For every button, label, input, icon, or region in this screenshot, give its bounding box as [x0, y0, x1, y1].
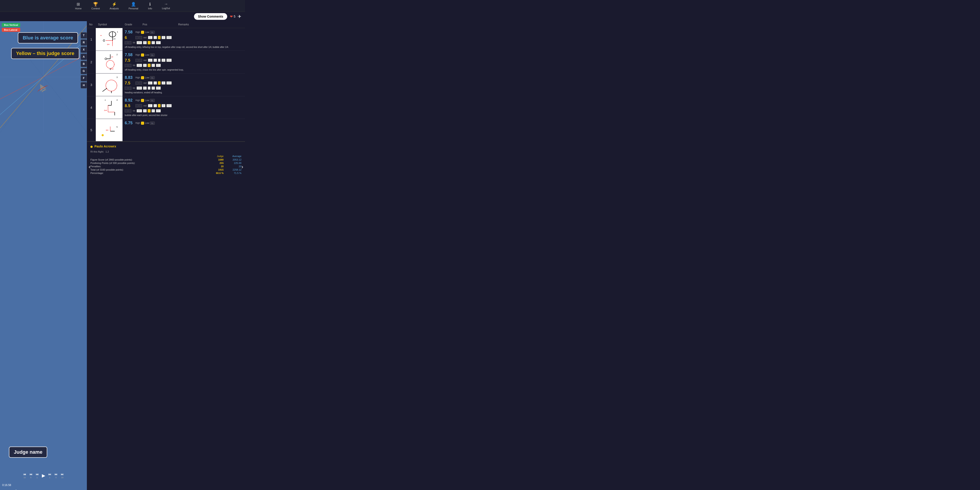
- popt-f-4[interactable]: F: [151, 109, 155, 113]
- popt-r-3[interactable]: R: [161, 81, 165, 84]
- prev-judge-button[interactable]: ‹: [89, 164, 91, 170]
- annotation-blue-score: Blue is average score: [18, 32, 78, 43]
- view-btn-t[interactable]: T: [81, 32, 87, 38]
- forward-1-button[interactable]: ⏭ 1: [48, 473, 51, 479]
- view-btn-b[interactable]: B: [81, 61, 87, 67]
- popt-dot-int-1[interactable]: ·: [148, 41, 151, 45]
- popt-ff-3[interactable]: FF: [156, 86, 161, 90]
- rewind-5-button[interactable]: ⏮ 5: [29, 473, 32, 479]
- popt-ff-2[interactable]: FF: [156, 64, 161, 67]
- view-btn-g[interactable]: G: [81, 68, 87, 74]
- popt-n-1[interactable]: N: [143, 41, 147, 45]
- penalty-out-row-4: out LL L · R RR: [135, 104, 172, 107]
- play-button[interactable]: ▶: [42, 473, 45, 478]
- hl-dot-3-avg[interactable]: ·: [141, 76, 144, 79]
- nav-info[interactable]: ℹ Info: [143, 1, 157, 11]
- svg-line-29: [102, 88, 107, 92]
- popt-nn-3[interactable]: NN: [137, 86, 142, 90]
- hl-dot-4-avg[interactable]: ·: [141, 99, 144, 102]
- hl-ll-5-avg[interactable]: LL: [150, 122, 155, 125]
- popt-dot-1[interactable]: ·: [158, 36, 161, 39]
- popt-r-4[interactable]: R: [161, 104, 165, 107]
- svg-point-44: [102, 134, 103, 136]
- summary-header-judge: Judge: [206, 155, 224, 158]
- summary-val-pos-judge: 255: [206, 162, 224, 164]
- popt-l-3[interactable]: L: [153, 81, 157, 84]
- view-btn-a[interactable]: A: [81, 54, 87, 60]
- pcheck-4b: [139, 104, 142, 107]
- popt-dot-4[interactable]: ·: [158, 104, 161, 107]
- popt-dot-3[interactable]: ·: [158, 81, 161, 84]
- nav-contest[interactable]: 🏆 Contest: [86, 1, 105, 11]
- popt-ff-1[interactable]: FF: [156, 41, 161, 45]
- popt-dot-int-2[interactable]: ·: [148, 64, 151, 67]
- popt-nn-1[interactable]: NN: [137, 41, 142, 45]
- forward-5-button[interactable]: ⏭ 5: [54, 473, 58, 479]
- popt-f-2[interactable]: F: [151, 64, 155, 67]
- popt-nn-2[interactable]: NN: [137, 64, 142, 67]
- popt-l-2[interactable]: L: [153, 59, 157, 62]
- popt-f-1[interactable]: F: [151, 41, 155, 45]
- figure-symbol-5[interactable]: 5 3/4: [96, 119, 123, 141]
- box-lateral-label[interactable]: Box Lateral: [2, 28, 20, 32]
- svg-text:▼: ▼: [100, 35, 102, 36]
- penalty-out-label-4: out: [143, 105, 146, 107]
- figure-symbol-1[interactable]: 1 3/4 1/4 ▼: [96, 28, 123, 51]
- penalty-int-label-4: Int: [133, 110, 135, 112]
- figure-symbol-2[interactable]: 2 1/4 4x2: [96, 51, 123, 73]
- popt-l-4[interactable]: L: [153, 104, 157, 107]
- figure-symbol-4[interactable]: 4 2x4 4: [96, 96, 123, 119]
- popt-l-1[interactable]: L: [153, 36, 157, 39]
- popt-n-2[interactable]: N: [143, 64, 147, 67]
- heart-icon: ❤: [230, 14, 233, 19]
- popt-rr-3[interactable]: RR: [166, 81, 172, 84]
- popt-dot-2[interactable]: ·: [158, 59, 161, 62]
- col-header-no: No: [89, 23, 98, 26]
- popt-ll-4[interactable]: LL: [148, 104, 153, 107]
- nav-logout[interactable]: → LogOut: [157, 1, 175, 11]
- hl-ll-1-avg[interactable]: LL: [150, 31, 155, 34]
- popt-n-3[interactable]: N: [143, 86, 147, 90]
- popt-n-4[interactable]: N: [143, 109, 147, 113]
- popt-rr-1[interactable]: RR: [166, 36, 172, 39]
- hl-ll-2-avg[interactable]: LL: [150, 54, 155, 57]
- hl-group-3-avg: High · Low LL: [135, 76, 155, 79]
- popt-rr-2[interactable]: RR: [166, 59, 172, 62]
- nav-personal[interactable]: 👤 Personal: [124, 1, 143, 11]
- hl-dot-2-avg[interactable]: ·: [141, 54, 144, 57]
- popt-r-1[interactable]: R: [161, 36, 165, 39]
- nav-analysis[interactable]: ⚡ Analysis: [105, 1, 124, 11]
- box-vertical-label[interactable]: Box Vertical: [2, 23, 20, 27]
- popt-f-3[interactable]: F: [151, 86, 155, 90]
- popt-ff-4[interactable]: FF: [156, 109, 161, 113]
- figure-symbol-3[interactable]: 3: [96, 73, 123, 96]
- view-btn-r[interactable]: R: [81, 40, 87, 46]
- nav-home[interactable]: ⊞ Home: [70, 1, 86, 11]
- col-header-symbol: Symbol: [98, 23, 125, 26]
- analysis-icon: ⚡: [112, 2, 117, 7]
- forward-10-button[interactable]: ⏭ 10: [61, 473, 64, 479]
- popt-ll-3[interactable]: LL: [148, 81, 153, 84]
- hl-dot-1-avg[interactable]: ·: [141, 31, 144, 34]
- summary-val-pos-avg: 225.00: [224, 162, 242, 164]
- time-display: 0:16.58: [2, 484, 11, 487]
- popt-dot-int-4[interactable]: ·: [148, 109, 151, 113]
- summary-row-figure: Figure Score (of 2860 possible points): …: [91, 158, 242, 161]
- popt-r-2[interactable]: R: [161, 59, 165, 62]
- popt-ll-1[interactable]: LL: [148, 36, 153, 39]
- popt-dot-int-3[interactable]: ·: [148, 86, 151, 90]
- popt-ll-2[interactable]: LL: [148, 59, 153, 62]
- popt-nn-4[interactable]: NN: [137, 109, 142, 113]
- next-judge-button[interactable]: ›: [242, 164, 243, 170]
- view-btn-x[interactable]: X: [81, 46, 87, 53]
- popt-rr-4[interactable]: RR: [166, 104, 172, 107]
- view-btn-h[interactable]: H: [81, 82, 87, 88]
- show-comments-button[interactable]: Show Comments: [194, 13, 228, 20]
- view-btn-f[interactable]: F: [81, 75, 87, 81]
- hl-dot-5-avg[interactable]: ·: [141, 122, 144, 125]
- low-label-2: Low: [145, 54, 149, 56]
- hl-ll-3-avg[interactable]: LL: [150, 76, 155, 79]
- hl-ll-4-avg[interactable]: LL: [150, 99, 155, 102]
- rewind-10-button[interactable]: ⏮ 10: [23, 473, 26, 479]
- rewind-1-button[interactable]: ⏮ 1: [36, 473, 39, 479]
